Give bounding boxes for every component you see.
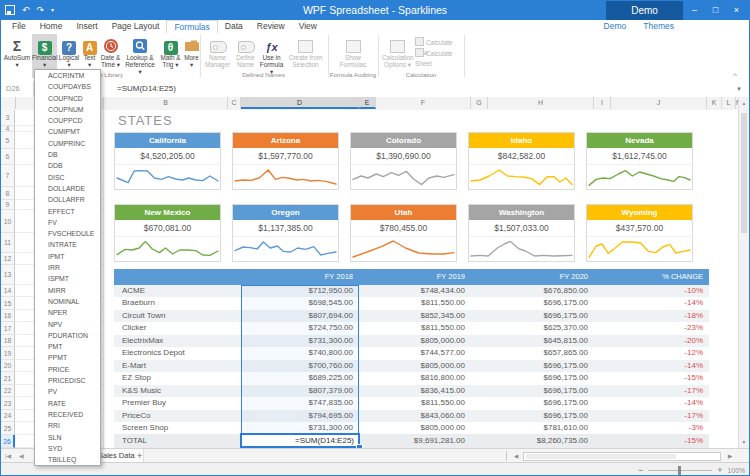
row-header-17[interactable]: 17 [1, 322, 15, 335]
function-item-mirr[interactable]: MIRR [35, 285, 100, 296]
column-header-e[interactable]: E [359, 97, 376, 109]
ribbon-button-calculate-sheet[interactable]: Calculate Sheet [415, 48, 463, 58]
row-header-11[interactable]: 11 [1, 233, 15, 253]
cell-value[interactable]: -18% [594, 310, 709, 322]
active-cell-editor[interactable]: =SUM(D14:E25) [240, 433, 360, 447]
cell-value[interactable]: -17% [594, 410, 709, 422]
column-header-c[interactable]: C [228, 97, 241, 109]
cell-value[interactable]: -14% [594, 297, 709, 309]
cell-value[interactable]: $816,800.00 [359, 372, 471, 384]
cell-company[interactable]: Electronics Depot [114, 347, 241, 359]
horizontal-scroll-thumb[interactable] [526, 454, 676, 459]
vertical-scrollbar[interactable]: ▴ ▾ [738, 97, 749, 448]
function-item-pricedisc[interactable]: PRICEDISC [35, 375, 100, 386]
cell-company[interactable] [114, 269, 241, 285]
row-header-22[interactable]: 22 [1, 385, 15, 397]
cell-company[interactable]: Premier Buy [114, 397, 241, 409]
cell-value[interactable]: $744,577.00 [359, 347, 471, 359]
cell-value[interactable]: -14% [594, 397, 709, 409]
row-header-12[interactable]: 12 [1, 253, 15, 265]
function-item-coupnum[interactable]: COUPNUM [35, 104, 100, 115]
function-item-pduration[interactable]: PDURATION [35, 330, 100, 341]
row-header-26[interactable]: 26 [1, 435, 15, 448]
cell-company[interactable]: K&S Music [114, 385, 241, 397]
row-header-10[interactable]: 10 [1, 210, 15, 233]
column-header-h[interactable]: H [488, 97, 594, 109]
cell-company[interactable]: ElectrixMax [114, 335, 241, 347]
scroll-down-icon[interactable]: ▾ [739, 436, 749, 448]
row-header-13[interactable]: 13 [1, 265, 15, 285]
function-item-ppmt[interactable]: PPMT [35, 352, 100, 363]
row-header-7[interactable]: 7 [1, 165, 15, 187]
function-item-couppcd[interactable]: COUPPCD [35, 115, 100, 126]
state-card-arizona[interactable]: Arizona$1,597,770.00 [232, 132, 339, 190]
ribbon-tab-page-layout[interactable]: Page Layout [105, 20, 167, 33]
column-header-f[interactable]: F [376, 97, 471, 109]
row-header-9[interactable]: 9 [1, 200, 15, 210]
cell-value[interactable]: $836,415.00 [359, 385, 471, 397]
function-item-received[interactable]: RECEIVED [35, 409, 100, 420]
column-header-d[interactable]: D [241, 97, 359, 109]
titlebar-demo-tab[interactable]: Demo [606, 1, 683, 20]
scroll-up-icon[interactable]: ▴ [739, 97, 749, 109]
row-header-8[interactable]: 8 [1, 187, 15, 200]
function-item-intrate[interactable]: INTRATE [35, 239, 100, 250]
function-item-fvschedule[interactable]: FVSCHEDULE [35, 228, 100, 239]
ribbon-tab-data[interactable]: Data [218, 20, 250, 33]
state-card-nevada[interactable]: Nevada$1,612,745.00 [586, 132, 693, 190]
state-card-wyoming[interactable]: Wyoming$437,570.00 [586, 204, 693, 262]
column-header-g[interactable]: G [471, 97, 488, 109]
cell-value[interactable]: $696,175.00 [471, 385, 594, 397]
cell-value[interactable]: $748,434.00 [359, 285, 471, 297]
cell-company[interactable]: Screen Shop [114, 422, 241, 434]
vertical-scroll-thumb[interactable] [741, 113, 747, 233]
formula-bar-expand-icon[interactable]: ▾ [733, 81, 745, 96]
row-header-16[interactable]: 16 [1, 310, 15, 322]
ribbon-link-themes[interactable]: Themes [643, 20, 674, 33]
function-item-coupdaybs[interactable]: COUPDAYBS [35, 81, 100, 92]
ribbon-button-calculate-now[interactable]: Calculate Now [415, 37, 463, 47]
cell-value[interactable]: $805,000.00 [359, 422, 471, 434]
ribbon-link-demo[interactable]: Demo [604, 20, 627, 33]
cell-company[interactable]: Circuit Town [114, 310, 241, 322]
state-card-utah[interactable]: Utah$780,455.00 [350, 204, 457, 262]
cell-value[interactable]: $696,175.00 [471, 372, 594, 384]
cell-value[interactable]: -12% [594, 347, 709, 359]
row-header-18[interactable]: 18 [1, 335, 15, 347]
prev-sheet-icon[interactable]: ◀ [19, 449, 24, 463]
zoom-out-button[interactable]: − [638, 465, 643, 475]
maximize-button[interactable]: □ [705, 1, 726, 20]
function-item-sln[interactable]: SLN [35, 432, 100, 443]
zoom-slider[interactable] [648, 470, 712, 471]
ribbon-tab-file[interactable]: File [5, 20, 33, 33]
state-card-california[interactable]: California$4,520,205.00 [114, 132, 221, 190]
state-card-idaho[interactable]: Idaho$842,582.00 [468, 132, 575, 190]
cell-value[interactable]: $811,550.00 [359, 397, 471, 409]
horizontal-scrollbar[interactable] [523, 452, 721, 461]
row-header-24[interactable]: 24 [1, 410, 15, 422]
row-header-5[interactable]: 5 [1, 132, 15, 149]
cell-value[interactable]: $645,815.00 [471, 335, 594, 347]
function-item-accrintm[interactable]: ACCRINTM [35, 70, 100, 81]
function-item-irr[interactable]: IRR [35, 262, 100, 273]
function-item-npv[interactable]: NPV [35, 319, 100, 330]
function-item-nominal[interactable]: NOMINAL [35, 296, 100, 307]
cell-value[interactable]: $696,175.00 [471, 360, 594, 372]
minimize-button[interactable]: – [684, 1, 705, 20]
cell-value[interactable]: $811,550.00 [359, 322, 471, 334]
cell-value[interactable]: $676,850.00 [471, 285, 594, 297]
state-card-new-mexico[interactable]: New Mexico$670,081.00 [114, 204, 221, 262]
cell-value[interactable]: $811,550.00 [359, 297, 471, 309]
cell-value[interactable]: -23% [594, 322, 709, 334]
function-item-price[interactable]: PRICE [35, 364, 100, 375]
function-item-syd[interactable]: SYD [35, 443, 100, 454]
row-header-19[interactable]: 19 [1, 347, 15, 360]
function-item-effect[interactable]: EFFECT [35, 206, 100, 217]
cell-value[interactable]: % CHANGE [594, 269, 709, 285]
column-header-j[interactable]: J [611, 97, 707, 109]
ribbon-tab-formulas[interactable]: Formulas [166, 20, 217, 33]
state-card-oregon[interactable]: Oregon$1,137,385.00 [232, 204, 339, 262]
zoom-slider-thumb[interactable] [678, 466, 681, 475]
cell-value[interactable]: $805,000.00 [359, 360, 471, 372]
function-item-ddb[interactable]: DDB [35, 160, 100, 171]
